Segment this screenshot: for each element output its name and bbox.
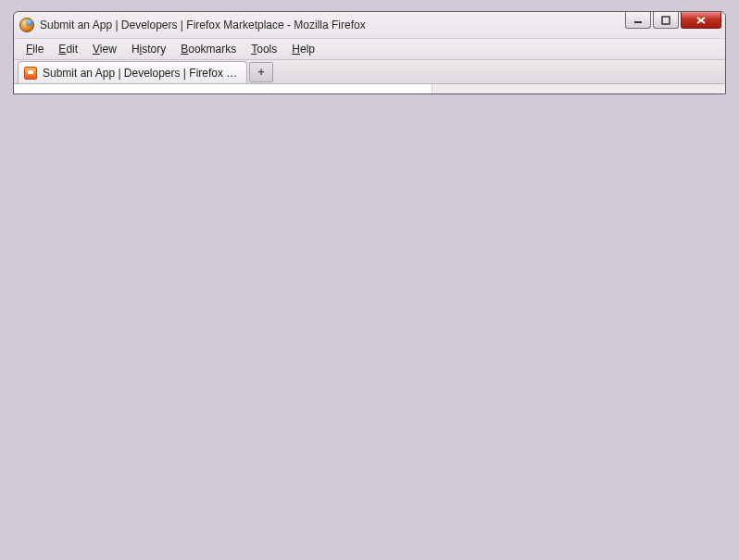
menubar: File Edit View History Bookmarks Tools H… <box>14 38 725 60</box>
window-controls <box>625 12 721 29</box>
tabstrip: Submit an App | Developers | Firefox Mar… <box>14 60 725 84</box>
menu-edit[interactable]: Edit <box>52 41 84 57</box>
menu-tools[interactable]: Tools <box>244 41 283 57</box>
titlebar[interactable]: Submit an App | Developers | Firefox Mar… <box>14 12 725 38</box>
svg-rect-0 <box>634 21 642 23</box>
close-icon <box>695 16 707 25</box>
tab-active[interactable]: Submit an App | Developers | Firefox Mar… <box>18 61 247 83</box>
menu-bookmarks[interactable]: Bookmarks <box>174 41 243 57</box>
tab-label: Submit an App | Developers | Firefox Mar… <box>43 67 239 80</box>
menu-help[interactable]: Help <box>285 41 321 57</box>
plus-icon: + <box>257 66 264 79</box>
maximize-icon <box>661 16 670 25</box>
minimize-button[interactable] <box>625 12 651 29</box>
minimize-icon <box>633 17 643 24</box>
close-button[interactable] <box>681 12 721 29</box>
menu-view[interactable]: View <box>86 41 123 57</box>
maximize-button[interactable] <box>653 12 679 29</box>
marketplace-favicon-icon <box>24 67 37 80</box>
window-title: Submit an App | Developers | Firefox Mar… <box>40 19 366 31</box>
menu-file[interactable]: File <box>19 41 50 57</box>
browser-window: Submit an App | Developers | Firefox Mar… <box>13 11 726 94</box>
content-area <box>14 84 432 93</box>
menu-history[interactable]: History <box>125 41 172 57</box>
new-tab-button[interactable]: + <box>249 62 273 82</box>
firefox-app-icon <box>19 18 34 32</box>
svg-rect-1 <box>662 17 670 24</box>
